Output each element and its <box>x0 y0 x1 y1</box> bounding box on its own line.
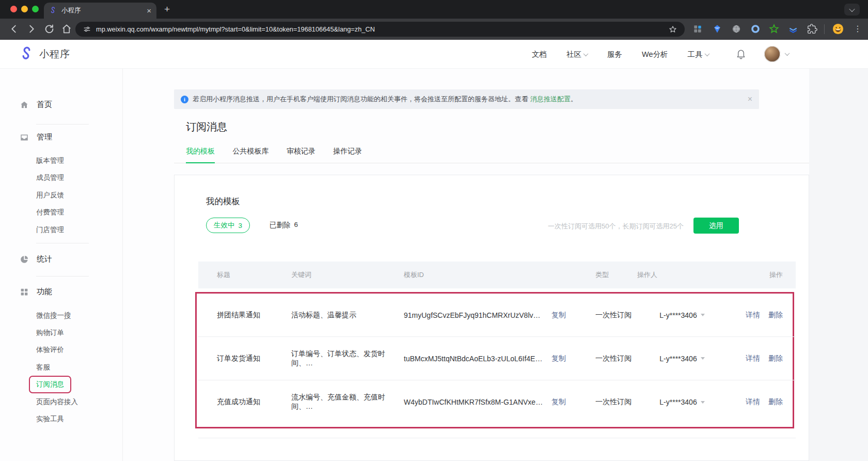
page-title: 订阅消息 <box>186 120 227 134</box>
row-template-id: W4ybDTIwCfKHtMKR7fSfx8M-G1ANVxenH1j… <box>404 398 544 406</box>
operator-dropdown-icon[interactable] <box>701 401 705 404</box>
window-maximize-button[interactable] <box>32 6 39 12</box>
table-row: 拼团结果通知 活动标题、温馨提示 91myUgfSCvzEbFJyq91hCMR… <box>198 294 796 337</box>
chevron-down-icon <box>583 51 589 56</box>
banner-close-icon[interactable]: × <box>748 95 752 104</box>
reload-icon[interactable] <box>43 23 55 35</box>
delete-link[interactable]: 删除 <box>768 311 783 320</box>
sidebar-item-payment[interactable]: 付费管理 <box>36 208 64 217</box>
extensions-puzzle-icon[interactable] <box>807 24 817 34</box>
inbox-icon <box>20 133 29 142</box>
extension-grid-icon[interactable] <box>692 24 703 34</box>
browser-tab[interactable]: 小程序 × <box>44 3 156 19</box>
select-button[interactable]: 选用 <box>693 218 739 234</box>
window-close-button[interactable] <box>10 6 17 12</box>
sidebar-item-stores[interactable]: 门店管理 <box>36 225 64 235</box>
sidebar-item-shopping-orders[interactable]: 购物订单 <box>36 328 64 337</box>
brand-name: 小程序 <box>39 48 70 61</box>
detail-link[interactable]: 详情 <box>746 397 760 407</box>
browser-toolbar: mp.weixin.qq.com/wxamp/newtmpl/mytmpl?st… <box>0 19 868 40</box>
tab-review-records[interactable]: 审核记录 <box>287 147 315 162</box>
miniprogram-logo-icon <box>19 47 34 62</box>
active-filter-pill[interactable]: 生效中3 <box>206 218 250 233</box>
filters: 生效中3 已删除6 <box>206 218 298 233</box>
sidebar-item-home[interactable]: 首页 <box>20 100 52 110</box>
address-bar[interactable]: mp.weixin.qq.com/wxamp/newtmpl/mytmpl?st… <box>75 22 685 37</box>
sidebar-item-version[interactable]: 版本管理 <box>36 156 64 165</box>
detail-link[interactable]: 详情 <box>746 311 760 320</box>
delete-link[interactable]: 删除 <box>768 397 783 407</box>
tab-title: 小程序 <box>61 6 142 15</box>
table-row: 充值成功通知 流水编号、充值金额、充值时间、… W4ybDTIwCfKHtMKR… <box>198 380 796 424</box>
grid-icon <box>20 287 29 297</box>
sidebar-item-experience-review[interactable]: 体验评价 <box>36 345 64 355</box>
home-icon[interactable] <box>61 23 72 35</box>
nav-community[interactable]: 社区 <box>566 50 588 59</box>
copy-link[interactable]: 复制 <box>551 354 566 363</box>
site-settings-icon[interactable] <box>83 25 91 34</box>
sidebar-item-page-content[interactable]: 页面内容接入 <box>36 397 78 407</box>
user-avatar[interactable] <box>764 46 780 62</box>
sidebar-group-management[interactable]: 管理 <box>20 132 52 142</box>
sidebar-group-statistics[interactable]: 统计 <box>20 254 52 264</box>
browser-menu-kebab-icon[interactable]: ⋮ <box>854 23 862 35</box>
delete-link[interactable]: 删除 <box>768 354 783 363</box>
back-icon[interactable] <box>8 23 20 35</box>
account-chevron-icon[interactable] <box>785 51 790 56</box>
nav-we-analytics[interactable]: We分析 <box>642 50 668 59</box>
tab-public-template-library[interactable]: 公共模板库 <box>232 147 269 162</box>
sidebar-item-experimental-tools[interactable]: 实验工具 <box>36 414 64 424</box>
top-navigation: 文档 社区 服务 We分析 工具 <box>532 40 709 69</box>
sidebar-group-features[interactable]: 功能 <box>20 287 52 297</box>
tab-close-icon[interactable]: × <box>147 7 151 14</box>
url-text: mp.weixin.qq.com/wxamp/newtmpl/mytmpl?st… <box>96 25 664 33</box>
profile-avatar[interactable] <box>832 23 843 34</box>
copy-link[interactable]: 复制 <box>551 311 566 320</box>
toolbar-divider <box>824 24 825 34</box>
new-tab-button[interactable]: + <box>164 4 170 14</box>
sidebar-item-wechat-search[interactable]: 微信搜一搜 <box>36 311 71 320</box>
col-template-id: 模板ID <box>393 270 589 280</box>
extension-ring-icon[interactable] <box>750 24 761 34</box>
forward-icon[interactable] <box>26 23 37 35</box>
operator-dropdown-icon[interactable] <box>701 357 705 360</box>
sidebar-item-members[interactable]: 成员管理 <box>36 173 64 182</box>
sidebar-item-customer-service[interactable]: 客服 <box>36 363 50 372</box>
section-title: 我的模板 <box>206 196 240 207</box>
nav-docs[interactable]: 文档 <box>532 50 547 59</box>
pie-chart-icon <box>20 255 29 264</box>
notification-bell-icon[interactable] <box>735 48 747 59</box>
table-body: 拼团结果通知 活动标题、温馨提示 91myUgfSCvzEbFJyq91hCMR… <box>198 294 796 424</box>
brand[interactable]: 小程序 <box>19 47 70 62</box>
copy-link[interactable]: 复制 <box>551 397 566 407</box>
nav-services[interactable]: 服务 <box>607 50 622 59</box>
tab-search-chevron-icon[interactable] <box>844 4 860 16</box>
sidebar-item-feedback[interactable]: 用户反馈 <box>36 191 64 200</box>
detail-link[interactable]: 详情 <box>746 354 760 363</box>
extension-layers-icon[interactable] <box>788 24 798 34</box>
tab-operation-records[interactable]: 操作记录 <box>333 147 362 162</box>
row-keywords: 流水编号、充值金额、充值时间、… <box>279 393 393 411</box>
banner-link[interactable]: 消息推送配置 <box>530 95 571 104</box>
info-icon <box>181 96 188 103</box>
page-content: 首页 管理 版本管理 成员管理 用户反馈 付费管理 门店管理 统计 功能 微信搜… <box>0 69 868 461</box>
window-minimize-button[interactable] <box>21 6 28 12</box>
extension-star-icon[interactable] <box>769 24 779 34</box>
row-title: 订单发货通知 <box>198 354 279 363</box>
my-templates-card: 我的模板 生效中3 已删除6 一次性订阅可选用50个，长期订阅可选用25个 选用… <box>174 175 809 461</box>
bookmark-star-icon[interactable] <box>668 25 677 34</box>
deleted-filter[interactable]: 已删除6 <box>270 221 298 230</box>
row-template-id: 91myUgfSCvzEbFJyq91hCMRXrUzV8lv1-W1… <box>404 311 544 319</box>
row-title: 充值成功通知 <box>198 397 279 407</box>
operator-dropdown-icon[interactable] <box>701 314 705 316</box>
extension-gem-icon[interactable] <box>712 24 722 34</box>
sidebar-divider <box>122 69 123 461</box>
app-header: 小程序 文档 社区 服务 We分析 工具 <box>0 40 868 69</box>
col-actions: 操作 <box>731 270 796 280</box>
extension-globe-icon[interactable] <box>731 24 741 34</box>
row-operator: L-y****3406 <box>659 355 697 363</box>
nav-tools[interactable]: 工具 <box>688 50 709 59</box>
tab-my-templates[interactable]: 我的模板 <box>186 147 215 163</box>
notice-banner: 若启用小程序消息推送，用户在手机客户端使用订阅消息功能的相关事件，将会推送至所配… <box>174 89 759 109</box>
quota-note: 一次性订阅可选用50个，长期订阅可选用25个 <box>548 222 684 231</box>
